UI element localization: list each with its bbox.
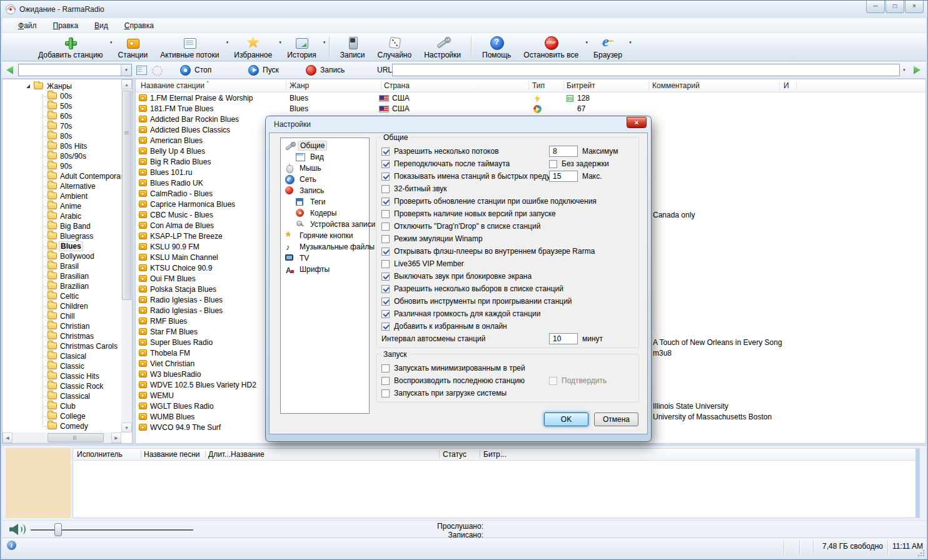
settings-tree-item[interactable]: Вид	[281, 151, 369, 162]
genre-tree-item[interactable]: Club	[3, 401, 121, 411]
toolbar-button[interactable]: Станции ▼	[112, 33, 154, 61]
genre-tree-item[interactable]: Christian	[3, 321, 121, 331]
checkbox[interactable]	[381, 260, 390, 268]
dropdown-arrow-icon[interactable]: ▼	[323, 41, 326, 44]
column-header-name[interactable]: Название станции	[141, 81, 204, 90]
genre-tree-item[interactable]: Anime	[3, 201, 121, 211]
back-arrow-icon[interactable]	[6, 66, 13, 74]
scrollbar-thumb[interactable]	[48, 433, 104, 442]
column-header-type[interactable]: Тип	[532, 81, 545, 90]
station-row[interactable]: 181.FM True Blues Blues США 67	[136, 104, 925, 114]
genre-tree-item[interactable]: Classic Rock	[3, 381, 121, 391]
column-separator[interactable]	[141, 451, 141, 458]
column-separator[interactable]	[779, 81, 780, 90]
checkbox[interactable]	[381, 148, 390, 156]
go-arrow-icon[interactable]	[914, 66, 920, 74]
toolbar-button[interactable]: Помощь ▼	[476, 33, 517, 61]
settings-tree-item[interactable]: Горячие кнопки	[281, 230, 369, 241]
minimize-button[interactable]: ─	[866, 1, 885, 13]
volume-slider-thumb[interactable]	[54, 523, 62, 536]
dialog-close-button[interactable]: ×	[627, 117, 647, 128]
genre-tree-item[interactable]: Christmas	[3, 331, 121, 341]
column-header-country[interactable]: Страна	[384, 81, 410, 90]
url-input[interactable]	[392, 64, 900, 76]
genre-tree-item[interactable]: 50s	[3, 101, 121, 111]
refresh-icon[interactable]	[151, 65, 162, 75]
close-button[interactable]: ×	[905, 1, 924, 13]
toolbar-button[interactable]: Браузер ▼	[587, 33, 631, 61]
speaker-icon[interactable]	[9, 524, 18, 535]
checkbox[interactable]	[381, 322, 390, 331]
genre-tree-item[interactable]: 80s Hits	[3, 141, 121, 151]
toolbar-button[interactable]: Остановить все ▼	[517, 33, 587, 61]
number-field[interactable]: 8	[549, 146, 578, 157]
checkbox[interactable]	[381, 172, 390, 181]
checkbox[interactable]	[381, 377, 390, 385]
tree-root-genres[interactable]: Жанры	[3, 81, 121, 91]
column-header-comment[interactable]: Комментарий	[652, 81, 700, 90]
genre-tree-item[interactable]: Brazilian	[3, 281, 121, 291]
column-separator[interactable]	[286, 81, 286, 90]
checkbox[interactable]	[381, 198, 390, 206]
checkbox[interactable]	[381, 235, 390, 243]
stop-button[interactable]: Стоп	[180, 65, 211, 76]
column-header-fav[interactable]: И	[784, 81, 789, 90]
settings-tree-item[interactable]: Кодеры	[281, 208, 369, 219]
settings-tree-item[interactable]: Музыкальные файлы	[281, 241, 369, 252]
toolbar-button[interactable]: Избранное ▼	[228, 33, 281, 61]
column-separator[interactable]	[528, 81, 529, 90]
toolbar-button[interactable]: История ▼	[281, 33, 325, 61]
tree-expander-icon[interactable]	[26, 84, 30, 88]
number-field[interactable]: 15	[549, 171, 578, 182]
genre-tree-item[interactable]: Brasilian	[3, 271, 121, 281]
toolbar-button[interactable]: Настройки ▼	[418, 33, 467, 61]
menu-item[interactable]: Правка	[53, 21, 79, 30]
checkbox[interactable]	[381, 310, 390, 318]
settings-tree-item[interactable]: Запись	[281, 185, 369, 196]
genre-tree-item[interactable]: Brasil	[3, 261, 121, 271]
checkbox[interactable]	[381, 160, 390, 168]
info-icon[interactable]: i	[7, 541, 16, 550]
column-separator[interactable]	[502, 451, 502, 458]
column-separator[interactable]	[439, 451, 440, 458]
settings-tree-item[interactable]: Мышь	[281, 162, 369, 174]
column-header-artist[interactable]: Исполнитель	[77, 450, 123, 459]
settings-tree-item[interactable]: Общие	[281, 140, 369, 151]
column-header-status[interactable]: Статус	[443, 450, 467, 459]
checkbox[interactable]	[381, 298, 390, 306]
checkbox[interactable]	[381, 222, 390, 231]
genre-tree-item[interactable]: Christmas Carols	[3, 341, 121, 351]
genre-tree-item[interactable]: College	[3, 411, 121, 421]
genre-tree-item[interactable]: Bollywood	[3, 251, 121, 261]
genre-tree-item[interactable]: 60s	[3, 111, 121, 121]
checkbox[interactable]	[381, 272, 390, 281]
genre-tree-item[interactable]: Classic Hits	[3, 371, 121, 381]
genre-tree-item[interactable]: 00s	[3, 91, 121, 101]
toolbar-button[interactable]: Случайно ▼	[371, 33, 418, 61]
checkbox[interactable]	[381, 185, 390, 193]
genre-tree-item[interactable]: Classic	[3, 361, 121, 371]
tree-vertical-scrollbar[interactable]: ▲ ▼	[121, 79, 132, 432]
scroll-left-icon[interactable]: ◀	[3, 432, 13, 443]
column-separator[interactable]	[648, 81, 649, 90]
column-header-title[interactable]: Название	[231, 450, 265, 459]
genre-tree-item[interactable]: Ambient	[3, 191, 121, 201]
scrollbar-thumb[interactable]	[122, 91, 131, 300]
genre-tree-item[interactable]: Classical	[3, 391, 121, 401]
table-scrollbar[interactable]	[915, 449, 919, 518]
scroll-right-icon[interactable]: ▶	[111, 432, 121, 443]
column-header-song[interactable]: Название песни	[144, 450, 199, 459]
genre-tree-item[interactable]: Chill	[3, 311, 121, 321]
settings-tree-item[interactable]: TV	[281, 252, 369, 264]
column-separator[interactable]	[563, 81, 564, 90]
checkbox[interactable]	[381, 364, 390, 372]
genre-tree-item[interactable]: 90s	[3, 161, 121, 171]
menu-item[interactable]: Вид	[94, 21, 108, 30]
column-separator[interactable]	[796, 81, 797, 90]
resize-grip[interactable]	[917, 549, 925, 557]
number-field[interactable]: 10	[549, 333, 578, 344]
toolbar-button[interactable]: Добавить станцию ▼	[32, 33, 112, 61]
genre-tree-item[interactable]: Children	[3, 301, 121, 311]
genre-tree-item[interactable]: Celtic	[3, 291, 121, 301]
genre-tree-item[interactable]: Clasical	[3, 351, 121, 361]
